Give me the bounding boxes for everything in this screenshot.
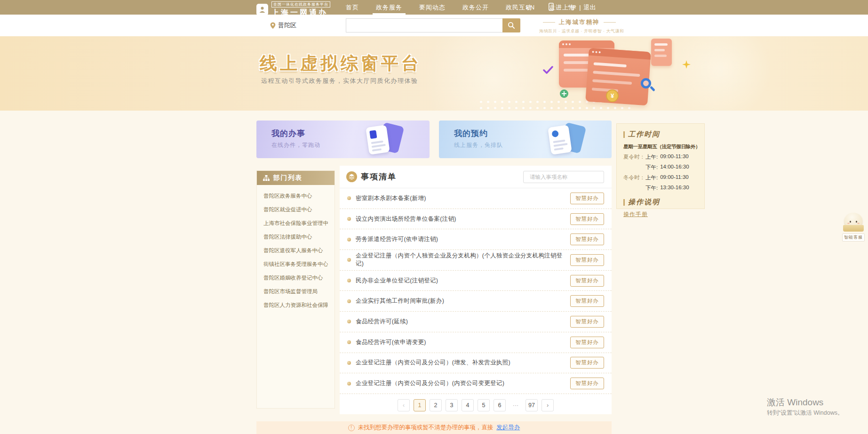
item-row[interactable]: 企业登记注册（内资公司及分公司）(增发、补发营业执照) 智慧好办 bbox=[340, 353, 612, 374]
smart-handle-button[interactable]: 智慧好办 bbox=[570, 233, 604, 245]
item-name: 设立内资演出场所经营单位备案(注销) bbox=[356, 215, 570, 223]
sidebar-item-dept[interactable]: 普陀区市场监督管理局 bbox=[263, 288, 328, 295]
item-name: 企业登记注册（内资公司及分公司）(增发、补发营业执照) bbox=[356, 359, 570, 367]
sparkle-icon bbox=[682, 60, 691, 71]
item-name: 企业实行其他工作时间审批(新办) bbox=[356, 297, 570, 305]
info-icon: ! bbox=[348, 425, 355, 431]
item-row[interactable]: 劳务派遣经营许可(依申请注销) 智慧好办 bbox=[340, 229, 612, 250]
smart-handle-button[interactable]: 智慧好办 bbox=[570, 275, 604, 287]
manual-link[interactable]: 操作手册 bbox=[623, 210, 648, 218]
item-name: 企业登记注册（内资个人独资企业及分支机构）(个人独资企业分支机构注销登记) bbox=[356, 252, 570, 268]
worktime-days: 星期一至星期五（法定节假日除外） bbox=[623, 144, 698, 150]
document-illustration bbox=[365, 124, 407, 155]
nav-item-services[interactable]: 政务服务 bbox=[374, 0, 404, 15]
pagination-next-button[interactable]: › bbox=[542, 399, 554, 411]
sidebar-item-dept[interactable]: 街镇社区事务受理服务中心 bbox=[263, 261, 328, 268]
sidebar-item-dept[interactable]: 普陀区就业促进中心 bbox=[263, 206, 328, 213]
worktime-row: 下午: 14:00-16:30 bbox=[623, 164, 698, 171]
smart-assistant-widget[interactable]: 智能客服 bbox=[840, 213, 867, 241]
search-icon bbox=[508, 22, 515, 29]
nav-item-news[interactable]: 要闻动态 bbox=[418, 0, 447, 15]
pagination-page-3[interactable]: 3 bbox=[446, 399, 458, 411]
item-search-box bbox=[523, 171, 604, 183]
items-panel-title: 事项清单 bbox=[361, 171, 397, 182]
bullet-icon bbox=[347, 238, 351, 241]
smart-handle-button[interactable]: 智慧好办 bbox=[570, 193, 604, 204]
lang-toggle[interactable]: EN bbox=[526, 4, 534, 11]
global-search-input[interactable] bbox=[346, 18, 502, 32]
guide-notice-bar: ! 未找到想要办理的事项或暂不清楚办理的事项，直接 发起导办 bbox=[256, 421, 612, 434]
smart-handle-button[interactable]: 智慧好办 bbox=[570, 357, 604, 369]
check-icon bbox=[543, 66, 553, 76]
pagination-prev-button[interactable]: ‹ bbox=[398, 399, 410, 411]
pagination: ‹ 1 2 3 4 5 6 ··· 97 › bbox=[340, 399, 612, 411]
steamer-basket-icon bbox=[843, 225, 864, 232]
item-row[interactable]: 食品经营许可(延续) 智慧好办 bbox=[340, 312, 612, 332]
item-row[interactable]: 设立内资演出场所经营单位备案(注销) 智慧好办 bbox=[340, 209, 612, 230]
item-row[interactable]: 民办非企业单位登记(注销登记) 智慧好办 bbox=[340, 271, 612, 291]
sidebar-item-dept[interactable]: 普陀区退役军人服务中心 bbox=[263, 247, 328, 254]
my-appointments-card[interactable]: 我的预约 线上服务，免排队 bbox=[439, 121, 612, 158]
department-sidebar: 部门列表 普陀区政务服务中心 普陀区就业促进中心 上海市社会保险事业管理中心普.… bbox=[256, 170, 335, 409]
pagination-page-1[interactable]: 1 bbox=[414, 399, 426, 411]
my-appointments-subtitle: 线上服务，免排队 bbox=[454, 141, 503, 149]
bullet-icon bbox=[347, 361, 351, 365]
smart-handle-button[interactable]: 智慧好办 bbox=[570, 316, 604, 328]
nav-item-disclosure[interactable]: 政务公开 bbox=[461, 0, 490, 15]
magnifier-icon bbox=[641, 78, 653, 90]
nav-item-home[interactable]: 首页 bbox=[344, 0, 360, 15]
smart-handle-button[interactable]: 智慧好办 bbox=[570, 378, 604, 389]
windows-activation-watermark-sub: 转到“设置”以激活 Windows。 bbox=[767, 409, 844, 417]
item-row[interactable]: 密室剧本杀剧本备案(新增) 智慧好办 bbox=[340, 188, 612, 209]
pagination-page-4[interactable]: 4 bbox=[462, 399, 474, 411]
global-search-button[interactable] bbox=[502, 18, 520, 32]
sidebar-item-dept[interactable]: 上海市社会保险事业管理中心普... bbox=[263, 220, 328, 227]
sidebar-item-dept[interactable]: 普陀区政务服务中心 bbox=[263, 193, 328, 200]
pagination-ellipsis: ··· bbox=[510, 399, 522, 411]
item-name: 企业登记注册（内资公司及分公司）(内资公司变更登记) bbox=[356, 379, 570, 387]
pagination-page-5[interactable]: 5 bbox=[478, 399, 490, 411]
hero-banner: 线上虚拟综窗平台 远程互动引导式政务服务，实体大厅同质化办理体验 ¥ bbox=[0, 36, 868, 111]
logo-title: 上海一网通办 bbox=[271, 8, 330, 18]
smart-handle-button[interactable]: 智慧好办 bbox=[570, 295, 604, 307]
sidebar-item-dept[interactable]: 普陀区婚姻收养登记中心 bbox=[263, 274, 328, 281]
logo-tagline: 全国一体化在线政务服务平台 bbox=[271, 1, 330, 8]
pagination-page-2[interactable]: 2 bbox=[430, 399, 442, 411]
worktime-panel: 工作时间 星期一至星期五（法定节假日除外） 夏令时： 上午: 09:00-11:… bbox=[616, 123, 705, 209]
bullet-icon bbox=[347, 217, 351, 221]
sidebar-item-dept[interactable]: 普陀区人力资源和社会保障局 bbox=[263, 302, 328, 309]
my-appointments-title: 我的预约 bbox=[454, 128, 488, 139]
sidebar-item-dept[interactable]: 普陀区法律援助中心 bbox=[263, 233, 328, 241]
smart-handle-button[interactable]: 智慧好办 bbox=[570, 213, 604, 225]
site-logo[interactable]: 全国一体化在线政务服务平台 上海一网通办 bbox=[256, 1, 330, 18]
my-affairs-card[interactable]: 我的办事 在线办件，零跑动 bbox=[256, 121, 430, 158]
item-row[interactable]: 企业登记注册（内资个人独资企业及分支机构）(个人独资企业分支机构注销登记) 智慧… bbox=[340, 250, 612, 271]
item-row[interactable]: 企业实行其他工作时间审批(新办) 智慧好办 bbox=[340, 291, 612, 312]
item-search-input[interactable] bbox=[530, 174, 602, 180]
item-name: 食品经营许可(延续) bbox=[356, 318, 570, 326]
start-guide-link[interactable]: 发起导办 bbox=[496, 424, 520, 432]
banner-title: 线上虚拟综窗平台 bbox=[260, 52, 422, 75]
my-affairs-title: 我的办事 bbox=[271, 128, 305, 139]
district-label: 普陀区 bbox=[278, 21, 296, 30]
smart-handle-button[interactable]: 智慧好办 bbox=[570, 337, 604, 348]
pagination-page-6[interactable]: 6 bbox=[494, 399, 506, 411]
item-row[interactable]: 食品经营许可(依申请变更) 智慧好办 bbox=[340, 332, 612, 353]
search-row: 普陀区 上海城市精神 海纳百川 · 追求卓越 · 开明睿智 · 大气谦和 bbox=[0, 15, 868, 36]
city-spirit-title: 上海城市精神 bbox=[559, 18, 600, 26]
logout-button[interactable]: 退出 bbox=[584, 3, 596, 12]
windows-activation-watermark: 激活 Windows bbox=[767, 396, 823, 409]
bullet-icon bbox=[347, 299, 351, 303]
pagination-page-97[interactable]: 97 bbox=[526, 399, 538, 411]
rmb-coin-icon: ¥ bbox=[606, 89, 619, 102]
username[interactable]: *伊 bbox=[568, 3, 576, 12]
plus-icon bbox=[560, 89, 568, 98]
top-navbar: 全国一体化在线政务服务平台 上海一网通办 首页 政务服务 要闻动态 政务公开 政… bbox=[0, 0, 868, 15]
banner-subtitle: 远程互动引导式政务服务，实体大厅同质化办理体验 bbox=[261, 77, 418, 85]
assistant-label: 智能客服 bbox=[842, 233, 865, 241]
item-row[interactable]: 企业登记注册（内资公司及分公司）(内资公司变更登记) 智慧好办 bbox=[340, 373, 612, 394]
my-affairs-subtitle: 在线办件，零跑动 bbox=[271, 141, 320, 149]
smart-handle-button[interactable]: 智慧好办 bbox=[570, 254, 604, 266]
mobile-icon[interactable] bbox=[549, 3, 554, 12]
user-divider: | bbox=[579, 4, 581, 11]
